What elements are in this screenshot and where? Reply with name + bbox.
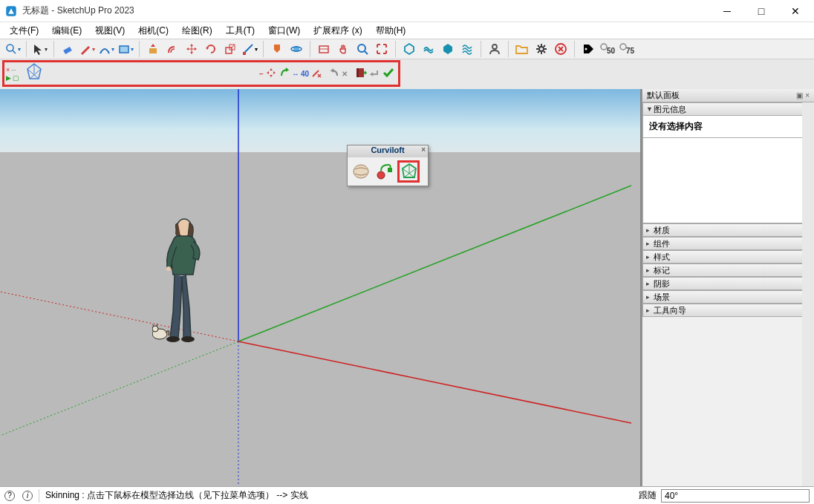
minimize-button[interactable]: ─ <box>710 0 744 22</box>
arc-icon[interactable]: ▾ <box>98 41 114 57</box>
move-icon[interactable] <box>183 41 200 57</box>
titlebar: 无标题 - SketchUp Pro 2023 ─ □ ✕ <box>0 0 814 22</box>
section-materials[interactable]: ▸材质× <box>642 223 814 237</box>
menu-edit[interactable]: 编辑(E) <box>48 23 85 39</box>
section-scenes[interactable]: ▸场景× <box>642 290 814 304</box>
ext1-icon[interactable] <box>401 41 417 57</box>
tray-close-icon[interactable]: × <box>805 91 810 99</box>
menu-help[interactable]: 帮助(H) <box>372 23 410 39</box>
tag-icon[interactable] <box>580 41 596 57</box>
svg-line-18 <box>365 51 368 54</box>
section-entity-info[interactable]: ▼图元信息× <box>642 102 814 116</box>
app-logo-icon <box>4 4 18 18</box>
eraser-icon[interactable] <box>59 41 76 57</box>
menu-tools[interactable]: 工具(T) <box>222 23 258 39</box>
ext2-icon[interactable] <box>420 41 437 57</box>
folder-icon[interactable] <box>514 41 530 57</box>
orbit-icon[interactable] <box>288 41 305 57</box>
section-instructor[interactable]: ▸工具向导× <box>642 304 814 317</box>
menu-extensions[interactable]: 扩展程序 (x) <box>310 23 365 39</box>
statusbar: ? i Skinning : 点击下鼠标在模型选择边线（见下拉菜单选项） -->… <box>0 486 814 504</box>
svg-point-21 <box>492 45 497 49</box>
pencil-x-icon[interactable] <box>310 67 322 80</box>
tray-pin-icon[interactable]: ▣ <box>796 91 803 99</box>
curviloft-loft-button[interactable] <box>350 160 372 183</box>
main-toolbar: ▾ ▾ ▾ ▾ ▾ ▾ 50 75 <box>0 39 814 59</box>
zoom-icon[interactable] <box>354 41 371 57</box>
svg-marker-20 <box>443 44 452 54</box>
minus-icon[interactable]: − <box>259 70 264 78</box>
curviloft-path-button[interactable] <box>374 160 396 183</box>
svg-point-43 <box>166 336 180 342</box>
pan-icon[interactable] <box>335 41 351 57</box>
section-shadows[interactable]: ▸阴影× <box>642 277 814 290</box>
window-title: 无标题 - SketchUp Pro 2023 <box>22 4 134 17</box>
rectangle-icon[interactable]: ▾ <box>117 41 134 57</box>
info-icon[interactable]: i <box>22 491 33 501</box>
section-styles[interactable]: ▸样式× <box>642 250 814 264</box>
svg-point-27 <box>620 44 626 50</box>
menu-window[interactable]: 窗口(W) <box>264 23 304 39</box>
curviloft-skin-button[interactable] <box>397 160 420 183</box>
offset-icon[interactable] <box>164 41 180 57</box>
svg-line-10 <box>232 45 234 48</box>
zoomextents-icon[interactable] <box>374 41 390 57</box>
scale-icon[interactable] <box>222 41 238 57</box>
viewport-3d[interactable]: Curviloft× <box>0 89 642 486</box>
secondary-toolbar: ×-- ▶▢ − ↔40 ✕ <box>0 59 814 89</box>
undo-icon[interactable] <box>328 67 340 80</box>
polygon-icon[interactable] <box>25 62 43 85</box>
close-button[interactable]: ✕ <box>778 0 813 22</box>
ext4-icon[interactable] <box>459 41 475 57</box>
measurement-input[interactable] <box>661 489 810 503</box>
tray-header[interactable]: 默认面板 ▣× <box>642 89 814 102</box>
maximize-button[interactable]: □ <box>744 0 778 22</box>
highlighted-toolbar-region: ×-- ▶▢ − ↔40 ✕ <box>2 60 400 87</box>
gear-icon[interactable] <box>533 41 550 57</box>
svg-rect-5 <box>149 48 157 53</box>
tapemeasure-icon[interactable]: ▾ <box>241 41 258 57</box>
book-icon[interactable] <box>354 66 367 81</box>
svg-point-42 <box>166 266 171 271</box>
svg-line-2 <box>13 50 16 53</box>
svg-marker-19 <box>405 44 414 54</box>
green-arrow-icon[interactable] <box>279 67 290 80</box>
move-small-icon[interactable] <box>265 67 277 80</box>
svg-rect-3 <box>63 47 72 54</box>
default-tray: 默认面板 ▣× ▼图元信息× 没有选择内容 ▸材质× ▸组件× ▸样式× ▸标记… <box>642 89 814 486</box>
user-icon[interactable] <box>486 41 503 57</box>
menu-file[interactable]: 文件(F) <box>6 23 42 39</box>
menu-view[interactable]: 视图(V) <box>91 23 128 39</box>
sectionplane-icon[interactable] <box>316 41 332 57</box>
menu-camera[interactable]: 相机(C) <box>134 23 172 39</box>
svg-rect-34 <box>356 68 359 77</box>
svg-point-46 <box>152 326 158 332</box>
search-icon[interactable]: ▾ <box>4 41 21 57</box>
curviloft-toolbar[interactable]: Curviloft× <box>347 145 429 186</box>
menubar: 文件(F) 编辑(E) 视图(V) 相机(C) 绘图(R) 工具(T) 窗口(W… <box>0 22 814 39</box>
pushpull-icon[interactable] <box>145 41 161 57</box>
tray-scrollbar[interactable] <box>802 102 814 486</box>
curviloft-title[interactable]: Curviloft× <box>348 145 428 157</box>
pencil-icon[interactable]: ▾ <box>79 41 95 57</box>
svg-text:75: 75 <box>626 47 635 55</box>
select-tool-icon[interactable]: ▾ <box>32 41 48 57</box>
menu-draw[interactable]: 绘图(R) <box>178 23 216 39</box>
paint-icon[interactable] <box>269 41 285 57</box>
svg-point-48 <box>377 171 385 179</box>
section-components[interactable]: ▸组件× <box>642 237 814 250</box>
check-icon[interactable] <box>382 66 395 81</box>
seventyfive-icon[interactable]: 75 <box>619 41 635 57</box>
section-tags[interactable]: ▸标记× <box>642 264 814 277</box>
x-icon[interactable]: ✕ <box>342 70 348 78</box>
curviloft-close-icon[interactable]: × <box>421 145 426 154</box>
help-icon[interactable]: ? <box>4 491 15 501</box>
ext3-icon[interactable] <box>440 41 456 57</box>
rotate-icon[interactable] <box>203 41 219 57</box>
svg-point-25 <box>601 44 607 50</box>
close-x-icon[interactable] <box>553 41 569 57</box>
return-icon[interactable] <box>368 67 380 80</box>
fifty-icon[interactable]: 50 <box>599 41 616 57</box>
svg-point-17 <box>358 45 365 52</box>
status-text: Skinning : 点击下鼠标在模型选择边线（见下拉菜单选项） --> 实线 <box>45 489 308 502</box>
